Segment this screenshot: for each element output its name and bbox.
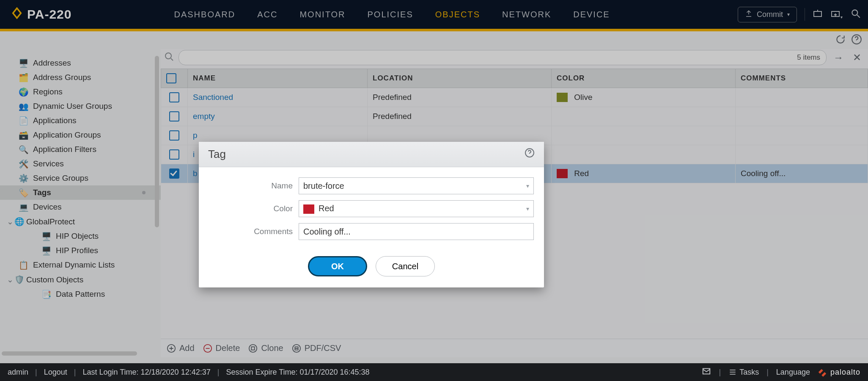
color-value-wrap: Red: [303, 204, 334, 214]
dialog-title: Tag: [208, 148, 226, 161]
dialog-titlebar: Tag: [199, 142, 544, 167]
dialog-footer: OK Cancel: [199, 248, 544, 287]
name-label: Name: [209, 181, 293, 190]
vendor-text: paloalto: [830, 368, 860, 377]
messages-icon[interactable]: [702, 367, 711, 378]
color-swatch-icon: [303, 204, 314, 214]
color-value: Red: [319, 204, 334, 213]
session-expire-text: Session Expire Time: 01/17/2020 16:45:38: [226, 368, 369, 377]
logout-link[interactable]: Logout: [44, 368, 67, 377]
comments-input[interactable]: Cooling off...: [299, 223, 534, 240]
vendor-logo: paloalto: [818, 367, 860, 377]
tag-dialog: Tag Name brute-force▾ Color Red ▾ Commen…: [199, 142, 544, 287]
help-icon[interactable]: [525, 148, 535, 161]
chevron-down-icon: ▾: [523, 205, 529, 212]
status-bar: admin | Logout | Last Login Time: 12/18/…: [0, 363, 868, 381]
ok-button[interactable]: OK: [308, 256, 367, 276]
comments-label: Comments: [209, 227, 293, 236]
cancel-button[interactable]: Cancel: [376, 256, 435, 276]
color-label: Color: [209, 204, 293, 213]
name-input[interactable]: brute-force▾: [299, 177, 534, 194]
form-row-comments: Comments Cooling off...: [209, 223, 534, 240]
color-select[interactable]: Red ▾: [299, 200, 534, 217]
dialog-body: Name brute-force▾ Color Red ▾ Comments C…: [199, 167, 544, 248]
comments-value: Cooling off...: [303, 227, 351, 237]
last-login-text: Last Login Time: 12/18/2020 12:42:37: [82, 368, 210, 377]
chevron-down-icon: ▾: [523, 182, 529, 189]
footer-user: admin: [8, 368, 28, 377]
tasks-link[interactable]: Tasks: [728, 368, 759, 377]
form-row-name: Name brute-force▾: [209, 177, 534, 194]
form-row-color: Color Red ▾: [209, 200, 534, 217]
language-link[interactable]: Language: [776, 368, 810, 377]
name-value: brute-force: [303, 181, 344, 191]
